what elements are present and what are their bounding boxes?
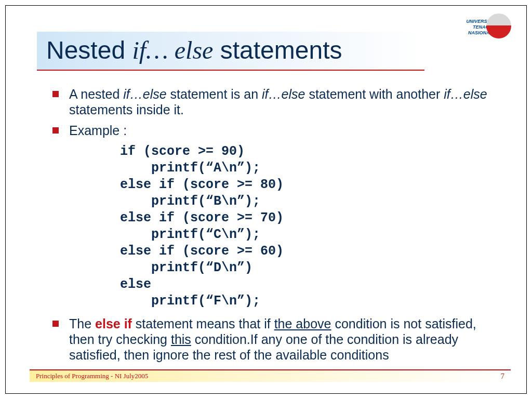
b1-it1: if…else [123,87,166,101]
bullet-2: Example : [52,123,495,138]
slide-title: Nested if… else statements [37,32,424,71]
logo-circle-icon [486,14,511,38]
b1-it2: if…else [262,87,305,101]
slide-content: A nested if…else statement is an if…else… [52,86,495,368]
title-part1: Nested [46,36,132,64]
b1-post: statements inside it. [69,102,184,117]
bullet-1: A nested if…else statement is an if…else… [52,86,495,117]
b3-pre: The [69,316,95,331]
bullet-icon [52,321,59,327]
bullet-3: The else if statement means that if the … [52,316,495,363]
code-example: if (score >= 90) printf(“A\n”); else if … [120,143,495,310]
b1-mid1: statement is an [167,87,262,101]
footer-text: Principles of Programming - NI July2005 [36,372,148,380]
b1-it3: if…else [444,87,487,101]
title-part2: if… else [132,36,213,64]
title-part3: statements [213,36,342,64]
bullet-2-text: Example : [69,123,127,138]
b3-ul2: this [171,332,191,347]
bullet-1-text: A nested if…else statement is an if…else… [69,86,495,117]
page-number: 7 [501,372,505,381]
b1-mid2: statement with another [305,87,444,101]
b3-mid1: statement means that if [132,316,274,331]
bullet-icon [52,91,59,97]
slide-frame: UNIVERSITI TENAGA NASIONAL Nested if… el… [5,5,527,394]
bullet-3-text: The else if statement means that if the … [69,316,495,363]
footer: Principles of Programming - NI July2005 … [30,369,511,382]
university-logo: UNIVERSITI TENAGA NASIONAL [451,14,513,35]
b3-red: else if [95,316,132,331]
b1-pre: A nested [69,87,123,101]
bullet-icon [52,127,59,134]
b3-ul1: the above [274,316,331,331]
